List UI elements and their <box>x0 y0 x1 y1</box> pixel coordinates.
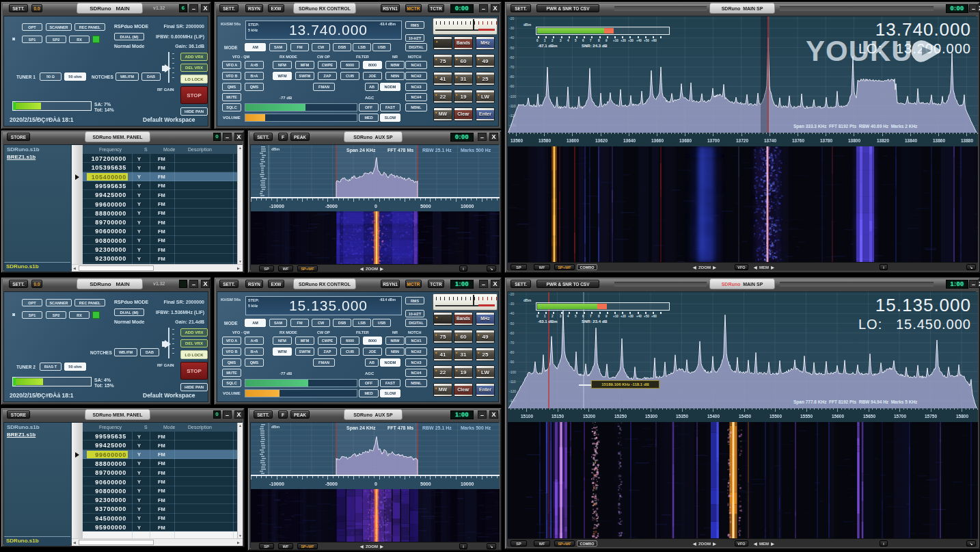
svg-text:-80: -80 <box>509 75 514 79</box>
svg-text:-120: -120 <box>509 389 516 393</box>
svg-text:-60: -60 <box>509 331 514 335</box>
svg-text:-90: -90 <box>509 360 514 364</box>
svg-text:-40: -40 <box>509 36 514 40</box>
svg-text:-70: -70 <box>509 341 514 345</box>
svg-text:-30: -30 <box>509 302 514 306</box>
svg-text:-50: -50 <box>509 46 514 50</box>
svg-text:-100: -100 <box>509 94 516 98</box>
svg-text:-110: -110 <box>509 380 516 384</box>
svg-text:-80: -80 <box>509 350 514 354</box>
svg-text:-110: -110 <box>509 104 516 108</box>
svg-text:-70: -70 <box>509 65 514 69</box>
svg-text:-20: -20 <box>509 292 514 296</box>
svg-text:-60: -60 <box>509 55 514 60</box>
svg-text:-20: -20 <box>509 16 514 21</box>
svg-text:-90: -90 <box>509 84 514 88</box>
svg-text:-40: -40 <box>509 311 514 315</box>
svg-text:-50: -50 <box>509 321 514 326</box>
svg-text:-30: -30 <box>509 26 514 30</box>
svg-text:-100: -100 <box>509 370 516 374</box>
